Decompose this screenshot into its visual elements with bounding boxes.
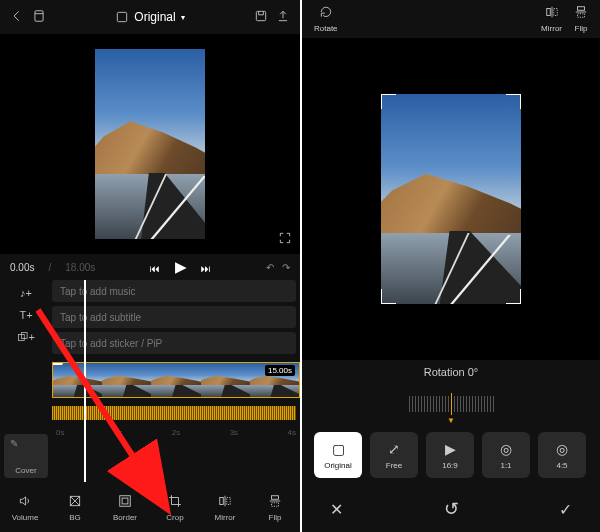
timeline-side-tools: ♪+ T+ + ✎ Cover: [0, 280, 52, 482]
crop-handle-bl[interactable]: [381, 289, 396, 304]
export-icon[interactable]: [276, 9, 290, 26]
ratio-4-5[interactable]: ◎ 4:5: [538, 432, 586, 478]
svg-rect-18: [272, 503, 279, 507]
svg-rect-23: [553, 9, 557, 16]
editor-top-bar: Original ▾: [0, 0, 300, 34]
sticker-hint[interactable]: Tap to add sticker / PiP: [52, 332, 296, 354]
add-layer-icon[interactable]: +: [17, 328, 35, 346]
time-ruler: 0s 1s 2s 3s 4s: [52, 428, 300, 440]
original-ratio-icon: ▢: [332, 441, 345, 457]
aspect-ratio-row: ▢ Original ⤢ Free ▶ 16:9 ◎ 1:1 ◎ 4:5: [302, 424, 600, 486]
editor-pane: Original ▾ 0.00s / 18.00s ⏮ ▶ ⏭ ↶ ↷: [0, 0, 300, 532]
save-draft-icon[interactable]: [254, 9, 268, 26]
clip-duration-badge: 15.00s: [265, 365, 295, 376]
rotation-scale-pointer-icon: ▼: [447, 416, 455, 425]
music-hint[interactable]: Tap to add music: [52, 280, 296, 302]
undo-icon[interactable]: ↶: [266, 262, 274, 273]
svg-rect-25: [578, 7, 585, 11]
svg-rect-12: [122, 498, 128, 504]
prev-frame-icon[interactable]: ⏮: [150, 263, 160, 274]
video-clip-preview: [95, 49, 205, 239]
svg-rect-11: [120, 496, 131, 507]
audio-waveform[interactable]: [52, 406, 296, 420]
mirror-icon: [218, 492, 232, 510]
svg-rect-0: [35, 10, 43, 21]
flip-icon: [268, 492, 282, 510]
timeline-area: ♪+ T+ + ✎ Cover Tap to add music Tap to …: [0, 280, 300, 482]
flip-button[interactable]: Flip: [250, 482, 300, 532]
pencil-icon: ✎: [10, 438, 18, 449]
rotation-scale[interactable]: ▼: [302, 384, 600, 424]
cover-button[interactable]: ✎ Cover: [4, 434, 48, 478]
add-text-icon[interactable]: T+: [17, 306, 35, 324]
svg-rect-14: [220, 498, 224, 505]
ratio-original[interactable]: ▢ Original: [314, 432, 362, 478]
fullscreen-icon[interactable]: [278, 231, 292, 248]
svg-rect-17: [272, 496, 279, 500]
svg-rect-1: [118, 12, 127, 21]
mirror-icon: [545, 5, 559, 22]
cover-label: Cover: [15, 466, 36, 475]
svg-marker-7: [20, 497, 25, 505]
rotation-scale-center: [451, 393, 452, 415]
timeline-playhead[interactable]: [84, 280, 86, 482]
flip-icon: [574, 5, 588, 22]
ratio-1-1[interactable]: ◎ 1:1: [482, 432, 530, 478]
time-total: 18.00s: [65, 262, 95, 273]
add-music-icon[interactable]: ♪+: [17, 284, 35, 302]
free-ratio-icon: ⤢: [388, 441, 400, 457]
rotate-button[interactable]: Rotate: [314, 5, 338, 33]
svg-rect-15: [227, 498, 231, 505]
ratio-free[interactable]: ⤢ Free: [370, 432, 418, 478]
border-icon: [118, 492, 132, 510]
crop-top-bar: Rotate Mirror Flip: [302, 0, 600, 38]
volume-icon: [18, 492, 32, 510]
bg-button[interactable]: BG: [50, 482, 100, 532]
crop-handle-br[interactable]: [506, 289, 521, 304]
crop-canvas[interactable]: [302, 38, 600, 360]
video-track[interactable]: •• 15.00s: [52, 362, 300, 398]
bottom-toolbar: Volume BG Border Crop Mirror: [0, 482, 300, 532]
crop-icon: [168, 492, 182, 510]
next-frame-icon[interactable]: ⏭: [201, 263, 211, 274]
crop-pane: Rotate Mirror Flip Rotation 0°: [300, 0, 600, 532]
page-icon[interactable]: [32, 9, 46, 26]
confirm-icon[interactable]: ✓: [559, 500, 572, 519]
redo-icon[interactable]: ↷: [282, 262, 290, 273]
reset-icon[interactable]: ↺: [444, 498, 459, 520]
mirror-button[interactable]: Mirror: [200, 482, 250, 532]
crop-handle-tr[interactable]: [506, 94, 521, 109]
chevron-down-icon: ▾: [181, 13, 185, 22]
play-icon[interactable]: ▶: [175, 258, 187, 275]
border-button[interactable]: Border: [100, 482, 150, 532]
confirm-row: ✕ ↺ ✓: [302, 486, 600, 532]
svg-rect-2: [256, 11, 265, 20]
trim-handle-icon[interactable]: ••: [52, 362, 63, 365]
crop-button[interactable]: Crop: [150, 482, 200, 532]
instagram-icon: ◎: [500, 441, 512, 457]
time-current: 0.00s: [10, 262, 34, 273]
crop-frame[interactable]: [381, 94, 521, 304]
aspect-ratio-selector[interactable]: Original ▾: [109, 8, 190, 26]
crop-handle-tl[interactable]: [381, 94, 396, 109]
instagram-icon: ◎: [556, 441, 568, 457]
rotate-icon: [319, 5, 333, 22]
back-icon[interactable]: [10, 9, 24, 26]
rotation-readout: Rotation 0°: [302, 360, 600, 384]
aspect-ratio-label: Original: [134, 10, 175, 24]
youtube-icon: ▶: [445, 441, 456, 457]
ratio-16-9[interactable]: ▶ 16:9: [426, 432, 474, 478]
canvas-preview[interactable]: [0, 34, 300, 254]
playback-row: 0.00s / 18.00s ⏮ ▶ ⏭ ↶ ↷: [0, 254, 300, 280]
svg-rect-26: [578, 14, 585, 18]
subtitle-hint[interactable]: Tap to add subtitle: [52, 306, 296, 328]
volume-button[interactable]: Volume: [0, 482, 50, 532]
mirror-button-top[interactable]: Mirror: [541, 5, 562, 33]
flip-button-top[interactable]: Flip: [574, 5, 588, 33]
cancel-icon[interactable]: ✕: [330, 500, 343, 519]
bg-icon: [68, 492, 82, 510]
playback-controls: ⏮ ▶ ⏭: [144, 258, 218, 276]
svg-rect-22: [546, 9, 550, 16]
